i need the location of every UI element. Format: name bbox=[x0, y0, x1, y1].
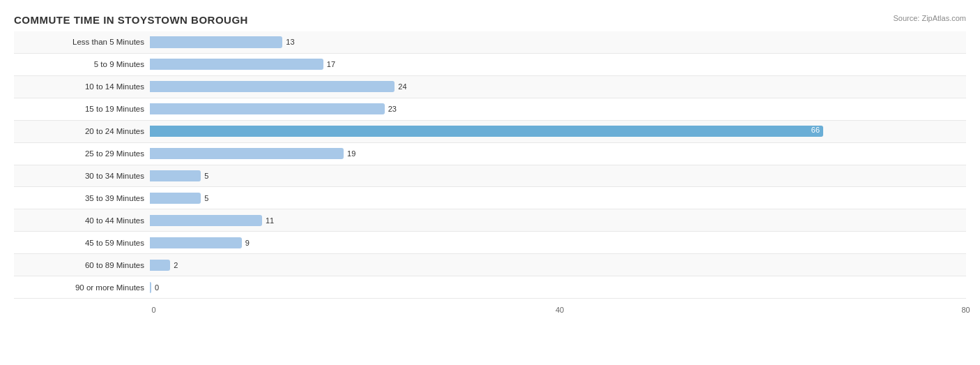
bar-label: 20 to 24 Minutes bbox=[14, 127, 150, 135]
bar-label: Less than 5 Minutes bbox=[14, 38, 150, 46]
bar-label: 10 to 14 Minutes bbox=[14, 82, 150, 91]
bar-label: 35 to 39 Minutes bbox=[14, 194, 150, 202]
bar-track: 19 bbox=[150, 144, 966, 163]
bar-track: 2 bbox=[150, 255, 966, 274]
bar-row: 35 to 39 Minutes5 bbox=[14, 187, 966, 209]
bar-fill bbox=[150, 193, 201, 204]
bar-fill bbox=[150, 170, 201, 181]
bar-row: Less than 5 Minutes13 bbox=[14, 31, 966, 54]
bar-value: 2 bbox=[174, 261, 178, 269]
bar-track: 17 bbox=[150, 55, 966, 74]
bar-label: 60 to 89 Minutes bbox=[14, 261, 150, 269]
bar-label: 5 to 9 Minutes bbox=[14, 60, 150, 68]
bar-fill bbox=[150, 148, 344, 159]
bars-container: Less than 5 Minutes135 to 9 Minutes1710 … bbox=[14, 31, 966, 299]
bar-value: 23 bbox=[388, 105, 397, 113]
chart-container: COMMUTE TIME IN STOYSTOWN BOROUGH Source… bbox=[0, 0, 980, 365]
bar-track: 5 bbox=[150, 167, 966, 186]
bar-row: 25 to 29 Minutes19 bbox=[14, 143, 966, 165]
bar-track: 24 bbox=[150, 77, 966, 96]
axis-label-0: 0 bbox=[151, 306, 155, 314]
bar-label: 25 to 29 Minutes bbox=[14, 149, 150, 158]
bar-track: 5 bbox=[150, 188, 966, 207]
bar-value: 13 bbox=[286, 38, 294, 46]
bar-fill: 66 bbox=[150, 126, 823, 137]
bar-value: 5 bbox=[204, 194, 208, 202]
bar-value: 5 bbox=[204, 172, 208, 180]
bar-value: 66 bbox=[811, 126, 820, 134]
bar-row: 40 to 44 Minutes11 bbox=[14, 209, 966, 232]
bar-row: 30 to 34 Minutes5 bbox=[14, 165, 966, 188]
bar-value: 17 bbox=[327, 60, 335, 68]
bar-label: 40 to 44 Minutes bbox=[14, 216, 150, 225]
bar-fill bbox=[150, 36, 282, 47]
bar-row: 90 or more Minutes0 bbox=[14, 276, 966, 299]
bar-value: 24 bbox=[398, 82, 406, 91]
bar-value: 9 bbox=[245, 239, 250, 247]
bar-track: 23 bbox=[150, 100, 966, 119]
bar-track: 11 bbox=[150, 211, 966, 230]
bar-value: 0 bbox=[155, 283, 159, 292]
bar-value: 11 bbox=[266, 216, 274, 225]
bar-fill bbox=[150, 260, 170, 271]
chart-title: COMMUTE TIME IN STOYSTOWN BOROUGH bbox=[14, 14, 966, 26]
bar-track: 0 bbox=[150, 278, 966, 297]
bar-row: 20 to 24 Minutes66 bbox=[14, 121, 966, 143]
bar-fill bbox=[150, 81, 395, 92]
bar-fill bbox=[150, 282, 151, 293]
bar-label: 90 or more Minutes bbox=[14, 283, 150, 292]
axis-label-80: 80 bbox=[961, 306, 970, 314]
bar-label: 15 to 19 Minutes bbox=[14, 105, 150, 113]
bar-row: 60 to 89 Minutes2 bbox=[14, 254, 966, 276]
axis-label-40: 40 bbox=[556, 306, 564, 314]
bar-label: 45 to 59 Minutes bbox=[14, 239, 150, 247]
bar-label: 30 to 34 Minutes bbox=[14, 172, 150, 180]
bar-track: 13 bbox=[150, 33, 966, 52]
bar-fill bbox=[150, 215, 262, 226]
bar-fill bbox=[150, 103, 385, 114]
source-text: Source: ZipAtlas.com bbox=[893, 14, 966, 22]
bar-track: 9 bbox=[150, 233, 966, 252]
bar-row: 15 to 19 Minutes23 bbox=[14, 98, 966, 121]
bar-row: 10 to 14 Minutes24 bbox=[14, 76, 966, 98]
bar-fill bbox=[150, 59, 323, 70]
bar-fill bbox=[150, 237, 242, 248]
bar-row: 5 to 9 Minutes17 bbox=[14, 54, 966, 76]
bar-row: 45 to 59 Minutes9 bbox=[14, 232, 966, 254]
bar-track: 66 bbox=[150, 122, 966, 141]
bar-value: 19 bbox=[347, 149, 355, 158]
chart-area: 0 40 80 Less than 5 Minutes135 to 9 Minu… bbox=[14, 31, 966, 320]
